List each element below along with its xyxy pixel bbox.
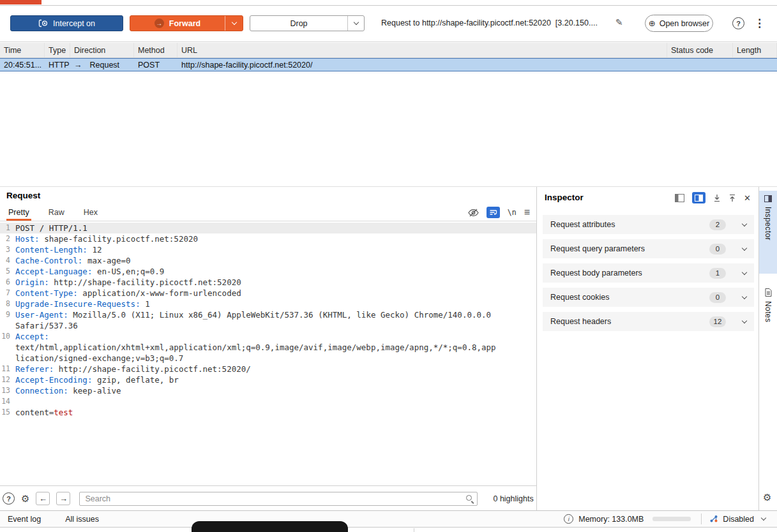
column-header[interactable]: Type xyxy=(45,43,70,57)
column-header[interactable]: Time xyxy=(0,43,45,57)
inspector-section[interactable]: Request headers12 xyxy=(543,312,754,331)
column-header[interactable]: Direction xyxy=(70,43,134,57)
drop-dropdown[interactable]: Drop xyxy=(250,15,365,31)
editor-line[interactable]: 9User-Agent: Mozilla/5.0 (X11; Linux x86… xyxy=(0,309,536,320)
all-issues-link[interactable]: All issues xyxy=(65,515,99,524)
direction-arrow-icon: → xyxy=(74,61,82,70)
search-settings-icon[interactable]: ⚙ xyxy=(21,493,29,505)
settings-gear-icon[interactable]: ⚙ xyxy=(763,492,771,503)
column-header[interactable]: Method xyxy=(134,43,177,57)
search-help-icon[interactable]: ? xyxy=(3,492,15,505)
layout-split-icon[interactable] xyxy=(692,192,705,203)
editor-line[interactable]: lication/signed-exchange;v=b3;q=0.7 xyxy=(0,353,536,364)
editor-line[interactable]: 6Origin: http://shape-facility.picoctf.n… xyxy=(0,277,536,288)
cell-url: http://shape-facility.picoctf.net:52020/ xyxy=(177,61,667,70)
line-number: 3 xyxy=(0,244,10,255)
inspector-section[interactable]: Request attributes2 xyxy=(543,215,754,234)
search-input[interactable] xyxy=(79,492,478,506)
proxy-state-label[interactable]: Disabled xyxy=(723,515,754,524)
editor-line[interactable]: Safari/537.36 xyxy=(0,320,536,331)
request-panel-title: Request xyxy=(6,191,40,200)
expand-all-icon[interactable] xyxy=(713,194,721,202)
tab-pretty[interactable]: Pretty xyxy=(6,203,31,221)
line-number xyxy=(0,320,10,331)
line-number: 14 xyxy=(0,396,10,407)
line-number: 7 xyxy=(0,288,10,299)
line-text: text/html,application/xhtml+xml,applicat… xyxy=(15,342,496,353)
search-field-wrap xyxy=(79,492,478,506)
wrap-toggle-icon[interactable] xyxy=(487,207,500,218)
layout-single-icon[interactable] xyxy=(675,194,684,202)
collapse-all-icon[interactable] xyxy=(728,194,736,202)
editor-search-bar: ? ⚙ ← → 0 highlights xyxy=(0,485,536,511)
intercept-toolbar: Intercept on → Forward Drop Request to h… xyxy=(0,6,777,42)
column-header[interactable]: Status code xyxy=(667,43,733,57)
line-text: Host: shape-facility.picoctf.net:52020 xyxy=(15,233,198,244)
editor-content[interactable]: 1POST / HTTP/1.12Host: shape-facility.pi… xyxy=(0,221,536,485)
forward-action[interactable]: → Forward xyxy=(130,16,225,31)
forward-dropdown[interactable] xyxy=(225,16,243,31)
chevron-down-icon[interactable] xyxy=(761,515,766,520)
inspector-section[interactable]: Request query parameters0 xyxy=(543,239,754,258)
intercept-toggle-button[interactable]: Intercept on xyxy=(10,15,123,31)
newline-toggle-icon[interactable]: \n xyxy=(508,208,517,217)
editor-line[interactable]: 12Accept-Encoding: gzip, deflate, br xyxy=(0,374,536,385)
inspector-sections: Request attributes2Request query paramet… xyxy=(543,215,754,336)
editor-line[interactable]: 3Content-Length: 12 xyxy=(0,244,536,255)
history-row-selected[interactable]: 20:45:51... HTTP → Request POST http://s… xyxy=(0,58,777,71)
line-text: Cache-Control: max-age=0 xyxy=(15,255,131,266)
editor-menu-icon[interactable]: ≡ xyxy=(524,207,530,218)
edit-target-icon[interactable]: ✎ xyxy=(615,17,623,27)
editor-line[interactable]: 10Accept: xyxy=(0,331,536,342)
column-header[interactable]: URL xyxy=(177,43,667,57)
line-text: content=test xyxy=(15,407,73,418)
editor-line[interactable]: 14 xyxy=(0,396,536,407)
notes-tab-label: Notes xyxy=(764,301,773,322)
proxy-status-icon xyxy=(709,515,718,523)
inspector-section-count: 1 xyxy=(709,268,726,279)
forward-button[interactable]: → Forward xyxy=(130,15,243,31)
line-text: User-Agent: Mozilla/5.0 (X11; Linux x86_… xyxy=(15,309,491,320)
highlights-count: 0 highlights xyxy=(493,494,533,503)
search-next-button[interactable]: → xyxy=(56,492,70,505)
editor-line[interactable]: 13Connection: keep-alive xyxy=(0,385,536,396)
line-text: Content-Type: application/x-www-form-url… xyxy=(15,288,241,299)
open-browser-button[interactable]: ⊕ Open browser xyxy=(645,15,713,32)
side-tab-notes[interactable]: Notes xyxy=(759,284,777,337)
line-number: 1 xyxy=(0,223,10,233)
editor-line[interactable]: 7Content-Type: application/x-www-form-ur… xyxy=(0,288,536,299)
column-header[interactable]: Length xyxy=(733,43,777,57)
editor-line[interactable]: text/html,application/xhtml+xml,applicat… xyxy=(0,342,536,353)
editor-line[interactable]: 4Cache-Control: max-age=0 xyxy=(0,255,536,266)
editor-line[interactable]: 2Host: shape-facility.picoctf.net:52020 xyxy=(0,233,536,244)
inspector-section[interactable]: Request cookies0 xyxy=(543,288,754,307)
tab-hex[interactable]: Hex xyxy=(82,203,100,221)
line-text: Referer: http://shape-facility.picoctf.n… xyxy=(15,364,251,374)
forward-arrow-icon: → xyxy=(155,18,164,28)
status-right-group: i Memory: 133.0MB Disabled xyxy=(564,514,766,524)
event-log-link[interactable]: Event log xyxy=(8,515,41,524)
editor-line[interactable]: 5Accept-Language: en-US,en;q=0.9 xyxy=(0,266,536,277)
drop-dropdown-chevron[interactable] xyxy=(347,16,364,31)
request-panel: Request PrettyRawHex \n ≡ 1POST / HTTP/1… xyxy=(0,187,536,511)
inspector-section-label: Request body parameters xyxy=(550,269,709,277)
inspector-tab-label: Inspector xyxy=(764,207,773,240)
cell-time: 20:45:51... xyxy=(0,61,45,70)
search-prev-button[interactable]: ← xyxy=(36,492,50,505)
line-number: 5 xyxy=(0,266,10,277)
line-number: 6 xyxy=(0,277,10,288)
editor-line[interactable]: 11Referer: http://shape-facility.picoctf… xyxy=(0,364,536,374)
line-text: lication/signed-exchange;v=b3;q=0.7 xyxy=(15,353,183,364)
editor-line[interactable]: 1POST / HTTP/1.1 xyxy=(0,223,536,233)
editor-line[interactable]: 8Upgrade-Insecure-Requests: 1 xyxy=(0,299,536,309)
tab-raw[interactable]: Raw xyxy=(47,203,66,221)
overflow-menu-icon[interactable]: ⋮ xyxy=(754,17,765,30)
help-icon[interactable]: ? xyxy=(732,17,744,29)
editor-line[interactable]: 15content=test xyxy=(0,407,536,418)
hide-response-icon[interactable] xyxy=(468,209,479,217)
side-tab-inspector[interactable]: Inspector xyxy=(759,191,777,274)
line-text: Origin: http://shape-facility.picoctf.ne… xyxy=(15,277,241,288)
close-icon[interactable]: ✕ xyxy=(744,193,751,203)
line-number: 12 xyxy=(0,374,10,385)
inspector-section[interactable]: Request body parameters1 xyxy=(543,263,754,283)
